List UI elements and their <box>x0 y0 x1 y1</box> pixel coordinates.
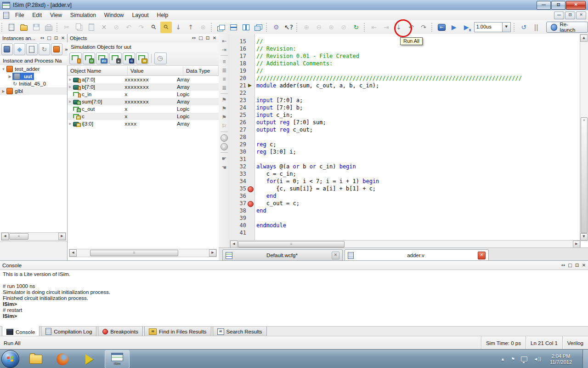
scroll-thumb[interactable] <box>581 117 588 233</box>
toolbar-grip[interactable] <box>1 23 4 32</box>
tree-item-Initial_45_0[interactable]: ↻Initial_45_0 <box>0 80 67 87</box>
code-area[interactable]: 15//16// Revision:17// Revision 0.01 - F… <box>230 34 580 244</box>
taskbar-isim-button[interactable]: ISim <box>105 350 130 368</box>
panel-maximize-button[interactable]: □ <box>567 262 573 269</box>
breakpoint-icon[interactable] <box>248 201 254 207</box>
filter-inputs-button[interactable]: I <box>69 52 82 64</box>
find-button[interactable]: ⚲ <box>148 22 159 33</box>
editor-tab-default-wcfg-[interactable]: Default.wcfg*✕ <box>222 249 343 261</box>
step-button[interactable]: ↺ <box>518 22 530 33</box>
menu-view[interactable]: View <box>46 11 66 20</box>
line-marker-gutter[interactable] <box>246 60 254 67</box>
network-icon[interactable] <box>521 356 527 362</box>
toolbar-grip[interactable] <box>431 23 434 32</box>
mdi-close-button[interactable]: ✕ <box>576 12 586 19</box>
code-line-39[interactable]: 39 <box>230 214 580 222</box>
scroll-thumb[interactable] <box>90 250 178 256</box>
restore-button[interactable]: ⊡ <box>551 1 565 10</box>
line-marker-gutter[interactable] <box>246 148 254 155</box>
panel-close-button[interactable]: ✕ <box>581 262 587 269</box>
line-marker-gutter[interactable] <box>246 75 254 82</box>
object-row-b[7:0][interactable]: ▶Ib[7:0]xxxxxxxxArray <box>68 83 219 91</box>
code-line-31[interactable]: 31 <box>230 155 580 163</box>
panel-close-button[interactable]: ✕ <box>60 35 66 41</box>
toolbar-grip[interactable] <box>364 23 366 32</box>
scroll-left-arrow[interactable]: ◀ <box>69 249 77 257</box>
scroll-right-arrow[interactable]: ▶ <box>58 233 66 240</box>
menu-help[interactable]: Help <box>153 11 173 20</box>
goto-prev-button[interactable]: ↑ <box>185 22 197 33</box>
tab-close-button[interactable]: ✕ <box>478 252 486 259</box>
code-line-34[interactable]: 34 for(i = 0; i < 7; i = i + 1) begin <box>230 178 580 185</box>
line-marker-gutter[interactable] <box>246 185 254 192</box>
object-row-c_out[interactable]: Oc_outxLogic <box>68 105 219 113</box>
step-out-button[interactable]: ↷ <box>418 22 430 33</box>
editor-tab-adder-v[interactable]: adder.v✕ <box>345 249 489 261</box>
action-center-flag-icon[interactable]: ⚑ <box>511 356 515 362</box>
object-row-sum[7:0][interactable]: ▶Osum[7:0]xxxxxxxxArray <box>68 98 219 105</box>
pan-button[interactable]: ☛ <box>220 154 229 163</box>
cascade-windows-button[interactable] <box>215 22 227 33</box>
console-tab-search-results[interactable]: ∞Search Results <box>213 327 267 337</box>
line-marker-gutter[interactable] <box>246 163 254 170</box>
line-marker-gutter[interactable] <box>246 192 254 200</box>
object-row-c[interactable]: WcxLogic <box>68 113 219 120</box>
instances-column-header[interactable]: Instance and Process Na <box>0 56 70 66</box>
line-marker-gutter[interactable] <box>246 141 254 148</box>
console-tab-breakpoints[interactable]: Breakpoints <box>98 327 143 337</box>
tray-expand-icon[interactable]: ▲ <box>500 356 505 362</box>
view-source-files-button[interactable] <box>26 43 38 55</box>
next-bookmark-button[interactable]: ⚑ <box>220 104 229 113</box>
code-line-24[interactable]: 24input [7:0] b; <box>230 104 580 111</box>
scroll-right-button[interactable]: ⇥ <box>220 45 229 54</box>
mdi-minimize-button[interactable]: — <box>554 12 564 19</box>
line-marker-gutter[interactable] <box>246 52 254 60</box>
line-marker-gutter[interactable] <box>246 200 254 207</box>
column-object-name[interactable]: Object Name <box>68 66 128 75</box>
taskbar-firefox-button[interactable] <box>52 351 73 368</box>
code-line-19[interactable]: 19// <box>230 67 580 75</box>
tile-vertical-button[interactable] <box>240 22 252 33</box>
scroll-thumb[interactable] <box>238 241 345 247</box>
toggle-bookmark-button[interactable]: ⚑ <box>220 95 229 104</box>
settings-wrench-button[interactable]: ⚙ <box>271 22 282 33</box>
line-marker-gutter[interactable] <box>246 67 254 75</box>
breakpoint-icon[interactable] <box>248 186 254 192</box>
toolbar-grip[interactable] <box>57 23 59 32</box>
code-line-33[interactable]: 33 c = c_in; <box>230 170 580 178</box>
code-line-32[interactable]: 32always @(a or b or c_in) begin <box>230 163 580 170</box>
pan-alt-button[interactable]: ☚ <box>220 163 229 172</box>
panel-float-button[interactable]: ↔ <box>191 35 197 41</box>
line-marker-gutter[interactable] <box>246 82 254 89</box>
run-for-time-button[interactable]: ▶x <box>461 22 472 33</box>
nav-back-button[interactable]: ◂ <box>220 133 229 142</box>
code-line-26[interactable]: 26output reg [7:0] sum; <box>230 119 580 126</box>
clear-bookmarks-button[interactable]: ⚐ <box>220 121 229 130</box>
line-marker-gutter[interactable] <box>246 214 254 222</box>
scroll-thumb[interactable] <box>9 233 28 240</box>
float-window-button[interactable] <box>253 22 264 33</box>
code-line-27[interactable]: 27output reg c_out; <box>230 126 580 133</box>
scroll-left-arrow[interactable]: ◀ <box>230 241 237 248</box>
filter-wires-button[interactable]: W <box>136 52 148 64</box>
taskbar-explorer-button[interactable] <box>26 351 46 368</box>
line-numbers-button[interactable]: ≣ <box>220 66 229 75</box>
filter-inouts-button[interactable]: I/O <box>96 52 108 64</box>
code-line-21[interactable]: 21module adder(sum, c_out, a, b, c_in); <box>230 82 580 89</box>
view-modules-button[interactable] <box>51 43 62 55</box>
tile-horizontal-button[interactable] <box>228 22 239 33</box>
code-line-25[interactable]: 25input c_in; <box>230 111 580 119</box>
wrap-long-lines-button[interactable]: ≣ <box>220 83 229 92</box>
line-marker-gutter[interactable] <box>246 133 254 141</box>
panel-restore-button[interactable]: ⊡ <box>205 35 210 41</box>
tree-expander[interactable]: ▶ <box>1 89 6 93</box>
filter-constants-button[interactable]: C <box>123 52 135 64</box>
tree-expander[interactable]: ▶ <box>7 75 12 79</box>
open-file-button[interactable] <box>18 22 30 33</box>
step-into-button[interactable]: ⇣ <box>393 22 405 33</box>
code-line-17[interactable]: 17// Revision 0.01 - File Created <box>230 52 580 60</box>
code-line-29[interactable]: 29reg c; <box>230 141 580 148</box>
relaunch-button[interactable]: Re-launch <box>546 22 588 33</box>
scroll-down-arrow[interactable]: ▼ <box>580 233 588 241</box>
code-line-36[interactable]: 36 end <box>230 192 580 200</box>
